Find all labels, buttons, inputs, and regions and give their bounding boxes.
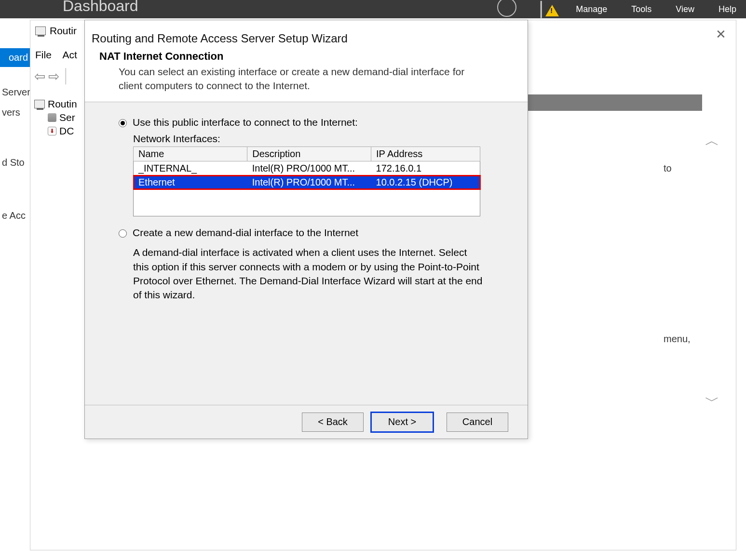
option-create-demand-dial[interactable]: Create a new demand-dial interface to th…	[119, 227, 508, 239]
next-button[interactable]: Next >	[371, 413, 433, 432]
cell-description: Intel(R) PRO/1000 MT...	[247, 175, 371, 189]
app-title: Dashboard	[63, 0, 138, 15]
menu-action[interactable]: Act	[63, 49, 77, 60]
database-icon	[48, 113, 56, 122]
cell-description: Intel(R) PRO/1000 MT...	[247, 161, 371, 175]
radio-demand-dial[interactable]	[119, 229, 127, 238]
nav-back-icon[interactable]: ⇦	[34, 68, 45, 84]
nav-forward-icon[interactable]: ⇨	[48, 68, 59, 84]
column-header-description[interactable]: Description	[247, 147, 371, 161]
menu-view[interactable]: View	[676, 4, 694, 14]
wizard-body: Use this public interface to connect to …	[85, 102, 528, 405]
content-text-frag1: to	[664, 163, 721, 174]
scroll-up-icon[interactable]: ︿	[705, 131, 719, 151]
column-header-ip[interactable]: IP Address	[371, 147, 480, 161]
menu-manage[interactable]: Manage	[576, 4, 607, 14]
cell-name: _INTERNAL_	[134, 161, 247, 175]
sidebar-item-access[interactable]: e Acc	[0, 208, 30, 223]
network-interfaces-table: Name Description IP Address _INTERNAL_ I…	[133, 147, 480, 217]
option2-description: A demand-dial interface is activated whe…	[119, 245, 485, 302]
column-header-name[interactable]: Name	[134, 147, 247, 161]
content-text-frag2: menu,	[664, 333, 721, 345]
app-top-bar: Dashboard ▏ Manage Tools View Help	[0, 0, 746, 18]
menu-help[interactable]: Help	[719, 4, 736, 14]
cell-name: Ethernet	[134, 175, 247, 189]
cell-ip: 10.0.2.15 (DHCP)	[371, 175, 480, 189]
tree-root[interactable]: Routin	[34, 97, 77, 111]
sidebar-item-storage[interactable]: d Sto	[0, 155, 30, 170]
wizard-header: NAT Internet Connection You can select a…	[85, 50, 528, 102]
option1-label: Use this public interface to connect to …	[133, 117, 358, 128]
table-header-row: Name Description IP Address	[134, 147, 480, 161]
nav-arrows: ⇦ ⇨ │	[34, 68, 71, 84]
wizard-title: Routing and Remote Access Server Setup W…	[85, 20, 528, 50]
cell-ip: 172.16.0.1	[371, 161, 480, 175]
back-button[interactable]: < Back	[302, 413, 364, 432]
routing-menubar: File Act	[35, 49, 86, 61]
scroll-down-icon[interactable]: ﹀	[705, 391, 719, 411]
tree-child-dc[interactable]: ⬇ DC	[34, 124, 77, 138]
routing-tree: Routin Ser ⬇ DC	[34, 97, 77, 138]
sidebar-item-vers[interactable]: vers	[0, 105, 30, 120]
option-use-public-interface[interactable]: Use this public interface to connect to …	[119, 117, 508, 128]
routing-icon	[35, 27, 46, 35]
option2-label: Create a new demand-dial interface to th…	[133, 227, 358, 239]
rras-setup-wizard-dialog: Routing and Remote Access Server Setup W…	[84, 20, 528, 439]
table-empty-space	[134, 189, 480, 216]
table-row[interactable]: _INTERNAL_ Intel(R) PRO/1000 MT... 172.1…	[134, 161, 480, 175]
refresh-icon[interactable]	[497, 0, 516, 17]
table-row[interactable]: Ethernet Intel(R) PRO/1000 MT... 10.0.2.…	[134, 175, 480, 189]
menu-tools[interactable]: Tools	[631, 4, 651, 14]
wizard-footer: < Back Next > Cancel	[85, 405, 528, 439]
wizard-subtitle: NAT Internet Connection	[99, 50, 528, 63]
menu-file[interactable]: File	[35, 49, 52, 60]
warning-icon	[545, 5, 559, 16]
wizard-description: You can select an existing interface or …	[99, 65, 475, 93]
dc-icon: ⬇	[48, 127, 56, 135]
cancel-button[interactable]: Cancel	[447, 413, 508, 432]
tree-child-server[interactable]: Ser	[34, 111, 77, 124]
notifications-icon[interactable]: ▏	[541, 1, 552, 18]
radio-public-interface[interactable]	[119, 119, 127, 127]
close-icon[interactable]: ✕	[716, 27, 726, 42]
sidebar-item-dashboard[interactable]: oard	[0, 48, 30, 67]
server-icon	[34, 100, 45, 108]
sidebar-item-server[interactable]: Server	[0, 85, 30, 100]
routing-window-title: Routir	[35, 25, 77, 37]
network-interfaces-label: Network Interfaces:	[119, 133, 508, 145]
